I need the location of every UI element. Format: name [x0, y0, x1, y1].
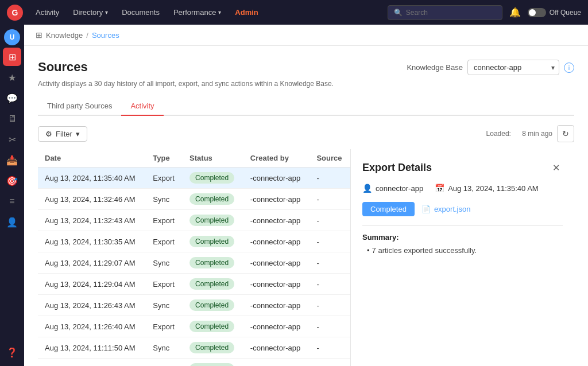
page-description: Activity displays a 30 day history of al… [38, 80, 574, 88]
avatar[interactable]: U [4, 29, 20, 45]
left-sidebar: U ⊞ ★ 💬 🖥 ✂ 📥 🎯 ≡ 👤 ❓ [0, 25, 24, 366]
cell-created-by: -connector-app [243, 189, 310, 210]
table-row[interactable]: Aug 13, 2024, 11:32:46 AM Sync Completed… [38, 189, 350, 210]
details-meta: 👤 connector-app 📅 Aug 13, 2024, 11:35:40… [362, 184, 563, 193]
cell-created-by: -connector-app [243, 295, 310, 316]
breadcrumb-knowledge-link[interactable]: Knowledge [46, 31, 83, 40]
cell-type: Export [146, 168, 183, 189]
details-divider [362, 225, 563, 226]
kb-select-wrapper: connector-app [467, 60, 559, 75]
nav-activity[interactable]: Activity [30, 5, 65, 20]
cell-status: Completed [183, 295, 243, 316]
breadcrumb-sources: Sources [92, 31, 119, 40]
off-queue-toggle[interactable]: Off Queue [528, 8, 581, 17]
details-status-badge: Completed [362, 202, 415, 216]
loaded-status: Loaded: 8 min ago ↻ [486, 125, 574, 142]
page-header: Sources Knowledge Base connector-app i [38, 60, 574, 75]
search-input[interactable] [406, 9, 496, 17]
details-file-link[interactable]: 📄 export.json [421, 205, 471, 213]
app-logo[interactable]: G [7, 5, 23, 21]
cell-type: Export [146, 274, 183, 295]
cell-date: Aug 13, 2024, 11:29:07 AM [38, 252, 146, 274]
cell-source: - [310, 274, 350, 295]
cell-source: - [310, 231, 350, 252]
sidebar-item-tools[interactable]: ✂ [3, 130, 21, 149]
toolbar: ⚙ Filter ▾ Loaded: 8 min ago ↻ [38, 125, 574, 142]
col-date: Date [38, 149, 146, 168]
cell-date: Aug 13, 2024, 11:32:46 AM [38, 189, 146, 210]
table-area: Date Type Status Created by Source Aug 1… [38, 149, 350, 366]
sidebar-item-inbox[interactable]: 📥 [3, 151, 21, 169]
cell-source: - [310, 210, 350, 231]
sidebar-item-screen[interactable]: 🖥 [3, 110, 21, 128]
filter-button[interactable]: ⚙ Filter ▾ [38, 126, 87, 142]
data-table: Date Type Status Created by Source Aug 1… [38, 149, 350, 366]
refresh-button[interactable]: ↻ [557, 125, 574, 142]
cell-type: Sync [146, 337, 183, 359]
cell-status: Completed [183, 316, 243, 337]
table-row[interactable]: Aug 13, 2024, 11:30:35 AM Export Complet… [38, 231, 350, 252]
cell-type: Export [146, 316, 183, 337]
cell-date: Aug 13, 2024, 11:30:35 AM [38, 231, 146, 252]
tabs-bar: Third party Sources Activity [38, 97, 574, 116]
cell-date: Aug 13, 2024, 11:32:43 AM [38, 210, 146, 231]
sidebar-item-chat[interactable]: 💬 [3, 89, 21, 107]
table-row[interactable]: Aug 13, 2024, 11:35:40 AM Export Complet… [38, 168, 350, 189]
cell-created-by: -connector-app [243, 359, 310, 367]
toggle-switch[interactable] [528, 8, 546, 17]
details-date: 📅 Aug 13, 2024, 11:35:40 AM [435, 184, 539, 193]
breadcrumb-grid-icon[interactable]: ⊞ [36, 30, 42, 40]
details-summary-label: Summary: [362, 233, 563, 242]
cell-source: - [310, 337, 350, 359]
col-type: Type [146, 149, 183, 168]
cell-created-by: -connector-app [243, 210, 310, 231]
table-row[interactable]: Aug 13, 2024, 11:29:04 AM Export Complet… [38, 274, 350, 295]
cell-status: Completed [183, 231, 243, 252]
sidebar-item-grid[interactable]: ⊞ [3, 48, 21, 66]
sidebar-item-favorites[interactable]: ★ [3, 68, 21, 87]
tab-activity[interactable]: Activity [121, 97, 163, 116]
cell-status: Completed [183, 252, 243, 274]
cell-source: - [310, 189, 350, 210]
cell-date: Aug 13, 2024, 11:11:42 AM [38, 359, 146, 367]
kb-label: Knowledge Base [407, 63, 463, 72]
search-bar[interactable]: 🔍 [388, 5, 502, 20]
cell-type: Export [146, 210, 183, 231]
nav-directory[interactable]: Directory ▾ [67, 5, 114, 20]
breadcrumb-separator: / [86, 31, 88, 40]
cell-created-by: -connector-app [243, 337, 310, 359]
nav-performance[interactable]: Performance ▾ [168, 5, 227, 20]
details-summary-items: 7 articles exported successfully. [362, 246, 563, 255]
table-row[interactable]: Aug 13, 2024, 11:32:43 AM Export Complet… [38, 210, 350, 231]
notifications-bell-icon[interactable]: 🔔 [505, 7, 525, 18]
main-content: ⊞ Knowledge / Sources Sources Knowledge … [24, 25, 588, 366]
cell-date: Aug 13, 2024, 11:26:43 AM [38, 295, 146, 316]
details-panel-header: Export Details ✕ [362, 161, 563, 174]
table-row[interactable]: Aug 13, 2024, 11:26:40 AM Export Complet… [38, 316, 350, 337]
cell-created-by: -connector-app [243, 231, 310, 252]
sidebar-item-target[interactable]: 🎯 [3, 172, 21, 190]
knowledge-base-selector: Knowledge Base connector-app i [407, 60, 574, 75]
table-row[interactable]: Aug 13, 2024, 11:29:07 AM Sync Completed… [38, 252, 350, 274]
table-row[interactable]: Aug 13, 2024, 11:11:42 AM Export Complet… [38, 359, 350, 367]
tab-third-party-sources[interactable]: Third party Sources [38, 97, 121, 116]
topnav: G Activity Directory ▾ Documents Perform… [0, 0, 588, 25]
table-row[interactable]: Aug 13, 2024, 11:26:43 AM Sync Completed… [38, 295, 350, 316]
nav-documents[interactable]: Documents [116, 5, 165, 20]
cell-date: Aug 13, 2024, 11:26:40 AM [38, 316, 146, 337]
cell-source: - [310, 252, 350, 274]
kb-select[interactable]: connector-app [467, 60, 559, 75]
nav-admin[interactable]: Admin [229, 5, 264, 20]
table-header-row: Date Type Status Created by Source [38, 149, 350, 168]
sidebar-item-users[interactable]: 👤 [3, 213, 21, 231]
sidebar-item-list[interactable]: ≡ [3, 192, 21, 211]
sidebar-item-help[interactable]: ❓ [3, 343, 21, 361]
table-row[interactable]: Aug 13, 2024, 11:11:50 AM Sync Completed… [38, 337, 350, 359]
breadcrumb: ⊞ Knowledge / Sources [24, 25, 588, 46]
summary-item: 7 articles exported successfully. [367, 246, 563, 255]
kb-info-icon[interactable]: i [564, 63, 574, 73]
close-details-button[interactable]: ✕ [549, 161, 563, 174]
details-status-row: Completed 📄 export.json [362, 202, 563, 216]
user-meta-icon: 👤 [362, 184, 372, 193]
col-status: Status [183, 149, 243, 168]
